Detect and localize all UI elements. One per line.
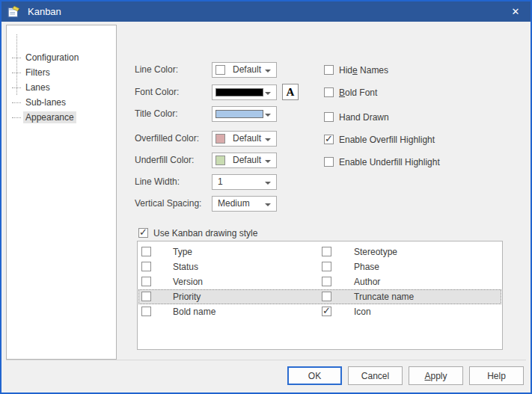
- overfilled-color-swatch: [215, 134, 225, 144]
- font-color-label: Font Color:: [135, 84, 179, 100]
- enable-overfill-highlight-checkbox[interactable]: ✓ Enable Overfill Highlight: [324, 134, 435, 145]
- font-color-select[interactable]: [212, 84, 277, 100]
- list-row-version-author[interactable]: Version Author: [138, 274, 501, 289]
- overfilled-color-label: Overfilled Color:: [135, 131, 199, 147]
- kanban-property-list: Type Stereotype Status Phase Version Aut…: [137, 241, 503, 350]
- chevron-down-icon: [265, 138, 271, 141]
- truncate-name-checkbox[interactable]: [322, 292, 331, 301]
- checkbox-box: [324, 157, 334, 167]
- vertical-spacing-label: Vertical Spacing:: [135, 196, 201, 212]
- title-color-label: Title Color:: [135, 106, 178, 122]
- line-color-label: Line Color:: [135, 62, 178, 78]
- line-width-select[interactable]: 1: [212, 174, 277, 190]
- close-icon: ✕: [512, 6, 520, 17]
- checkbox-box: [324, 65, 334, 75]
- hand-drawn-checkbox[interactable]: Hand Drawn: [324, 111, 389, 123]
- use-kanban-drawing-style-checkbox[interactable]: ✓ Use Kanban drawing style: [138, 227, 257, 238]
- tree-item-lanes[interactable]: Lanes: [12, 80, 52, 95]
- hide-names-checkbox[interactable]: Hide Names: [324, 64, 388, 76]
- chevron-down-icon: [265, 203, 271, 206]
- kanban-dialog-icon: [7, 5, 21, 19]
- font-color-swatch: [215, 88, 263, 96]
- tree-item-sub-lanes[interactable]: Sub-lanes: [12, 95, 68, 110]
- chevron-down-icon: [265, 114, 271, 117]
- settings-tree: Configuration Filters Lanes Sub-lanes Ap…: [6, 25, 117, 360]
- chevron-down-icon: [265, 70, 271, 73]
- titlebar[interactable]: Kanban ✕: [1, 1, 531, 22]
- list-row-type-stereotype[interactable]: Type Stereotype: [138, 244, 501, 259]
- line-color-select[interactable]: Default: [212, 62, 277, 78]
- stereotype-checkbox[interactable]: [322, 247, 331, 256]
- tree-branch-icon: [12, 73, 21, 73]
- tree-branch-icon: [12, 102, 21, 103]
- chevron-down-icon: [265, 92, 271, 95]
- underfill-color-label: Underfill Color:: [135, 153, 194, 168]
- list-row-status-phase[interactable]: Status Phase: [138, 259, 501, 274]
- font-picker-button[interactable]: A: [282, 84, 299, 100]
- line-width-label: Line Width:: [135, 174, 180, 190]
- phase-checkbox[interactable]: [322, 262, 331, 271]
- priority-checkbox[interactable]: [141, 292, 151, 301]
- vertical-spacing-select[interactable]: Medium: [212, 196, 277, 212]
- tree-branch-icon: [12, 87, 21, 88]
- checkbox-box: ✓: [138, 228, 148, 238]
- bold-font-checkbox[interactable]: Bold Font: [324, 87, 377, 98]
- author-checkbox[interactable]: [322, 277, 331, 286]
- enable-underfill-highlight-checkbox[interactable]: Enable Underfill Highlight: [324, 156, 440, 167]
- help-button[interactable]: Help: [469, 366, 524, 385]
- type-checkbox[interactable]: [141, 247, 151, 256]
- close-button[interactable]: ✕: [501, 1, 531, 22]
- version-checkbox[interactable]: [141, 277, 151, 286]
- kanban-dialog: Kanban ✕ Configuration Filters Lanes Sub…: [0, 0, 532, 394]
- line-color-swatch: [215, 65, 225, 75]
- underfill-color-select[interactable]: Default: [212, 153, 277, 168]
- window-title: Kanban: [28, 6, 61, 17]
- tree-item-configuration[interactable]: Configuration: [12, 50, 81, 65]
- icon-checkbox[interactable]: ✓: [322, 307, 331, 316]
- tree-item-appearance[interactable]: Appearance: [12, 110, 76, 125]
- ok-button[interactable]: OK: [287, 366, 342, 385]
- cancel-button[interactable]: Cancel: [348, 366, 403, 385]
- footer-divider: [6, 360, 526, 360]
- list-row-priority-truncate-name[interactable]: Priority Truncate name: [138, 289, 501, 304]
- apply-button[interactable]: Apply: [409, 366, 463, 385]
- overfilled-color-select[interactable]: Default: [212, 131, 277, 147]
- status-checkbox[interactable]: [141, 262, 151, 271]
- title-color-swatch: [215, 110, 263, 118]
- bold-name-checkbox[interactable]: [141, 307, 151, 316]
- tree-branch-icon: [12, 58, 21, 58]
- tree-branch-icon: [12, 117, 21, 118]
- underfill-color-swatch: [215, 156, 225, 165]
- chevron-down-icon: [265, 182, 271, 185]
- checkbox-box: [324, 112, 334, 122]
- list-row-bold-name-icon[interactable]: Bold name ✓ Icon: [138, 304, 501, 319]
- tree-item-filters[interactable]: Filters: [12, 65, 52, 80]
- chevron-down-icon: [265, 160, 271, 163]
- checkbox-box: [324, 87, 334, 97]
- checkbox-box: ✓: [324, 135, 334, 144]
- title-color-select[interactable]: [212, 106, 277, 122]
